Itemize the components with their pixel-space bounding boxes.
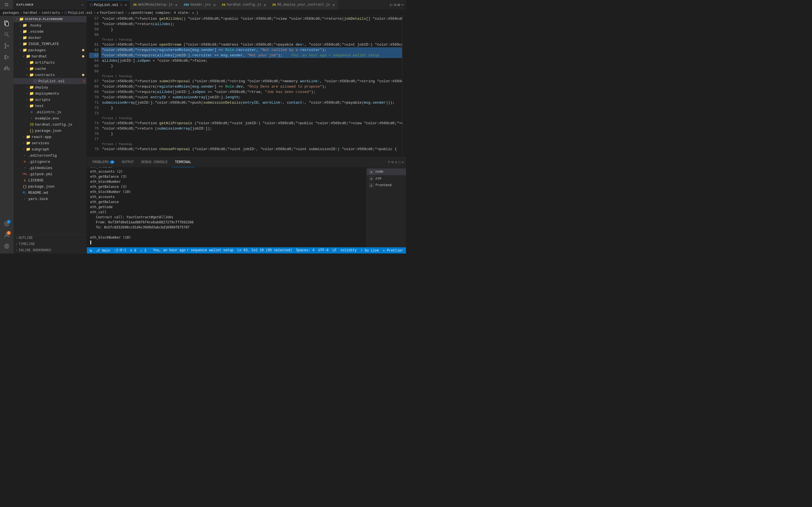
- sidebar-item-example-env[interactable]: › · example.env: [13, 115, 87, 121]
- editor-scrollbar[interactable]: [402, 16, 406, 157]
- sidebar-item-services[interactable]: › 📁 services: [13, 140, 87, 146]
- activity-account[interactable]: 1: [2, 230, 12, 240]
- sidebar-item-root[interactable]: ▾ 📁 SCAFFOLD-PLAYGROUND: [13, 16, 87, 22]
- activity-run[interactable]: [2, 52, 12, 62]
- status-position[interactable]: Ln 63, Col 10 (95 selected): [237, 248, 293, 252]
- code-line: "color:#569cd6;">function getAllJobs() "…: [101, 16, 402, 21]
- code-line: }: [101, 63, 402, 69]
- code-line: "color:#569cd6;">function chooseProposal…: [101, 147, 402, 152]
- panel-tab-debug-console[interactable]: DEBUG CONSOLE: [138, 158, 171, 167]
- svg-rect-11: [8, 68, 9, 70]
- sidebar-item-deploy[interactable]: › 📁 deploy: [13, 84, 87, 91]
- sidebar-item-react-app[interactable]: › 📁 react-app: [13, 134, 87, 140]
- breadcrumb-yourcontract[interactable]: ◈ YourContract: [97, 11, 124, 15]
- status-language[interactable]: solidity: [340, 248, 357, 252]
- tab-hardhat_config[interactable]: JShardhat.config.js✕: [219, 0, 269, 10]
- sidebar-item-issue-template[interactable]: › 📁 ISSUE_TEMPLATE: [13, 41, 87, 47]
- terminal-session-node[interactable]: ⊡ node: [367, 168, 406, 175]
- sidebar-item-polylist[interactable]: › ⬡ PolyList.sol 3: [13, 78, 87, 84]
- sidebar-item-docker[interactable]: › 📁 docker: [13, 35, 87, 41]
- sidebar-item-artifacts[interactable]: › 📁 artifacts: [13, 59, 87, 66]
- code-line: [101, 111, 402, 116]
- sidebar-item-test[interactable]: › 📁 test: [13, 103, 87, 109]
- breadcrumb-polylist[interactable]: ⬡ PolyList.sol: [64, 11, 92, 15]
- panel-max-icon[interactable]: □: [398, 160, 400, 165]
- sidebar-item-contracts[interactable]: ▾ 📁 contracts: [13, 72, 87, 78]
- tab-header[interactable]: JSXHeader.jsx✕: [181, 0, 219, 10]
- tab-polylist[interactable]: ⬡PolyList.sol3✕: [87, 0, 130, 10]
- sidebar-item-readme[interactable]: › M↓ README.md: [13, 189, 87, 196]
- code-editor[interactable]: 57585960 616263646566 67686970717273 747…: [87, 16, 406, 157]
- tab-deploy_contract[interactable]: JS00_deploy_your_contract.js✕: [269, 0, 338, 10]
- sidebar-item-editorconfig[interactable]: › · .editorconfig: [13, 152, 87, 159]
- sidebar-item-license[interactable]: › ⚓ LICENSE: [13, 177, 87, 183]
- status-spaces[interactable]: Spaces: 4: [296, 248, 315, 252]
- status-remote[interactable]: ⇆: [89, 248, 93, 253]
- svg-marker-8: [5, 55, 9, 59]
- terminal-icon-frontend: ⊡: [369, 183, 373, 187]
- breadcrumb-contracts[interactable]: contracts: [42, 11, 60, 15]
- activity-explorer[interactable]: [2, 18, 12, 29]
- sidebar-inline-bookmarks[interactable]: › INLINE BOOKMARKS: [13, 247, 87, 253]
- panel-tab-actions: + ⊟ ∧ □ ✕: [388, 160, 404, 165]
- panel-tab-problems[interactable]: PROBLEMS 3: [89, 158, 118, 167]
- panel-tab-terminal[interactable]: TERMINAL: [171, 158, 195, 167]
- run-icon[interactable]: ▷: [390, 2, 393, 8]
- status-golive[interactable]: ⚡ Go Live: [360, 248, 379, 252]
- new-terminal-icon[interactable]: +: [388, 160, 391, 165]
- terminal-session-frontend[interactable]: ⊡ frontend: [367, 182, 406, 189]
- svg-rect-1: [6, 22, 8, 26]
- sidebar-item-package-json2[interactable]: › {} package.json: [13, 128, 87, 134]
- status-encoding[interactable]: UTF-8: [318, 248, 329, 252]
- sidebar-item-scripts[interactable]: › 📁 scripts: [13, 97, 87, 103]
- app: ⧉ EXPLORER ⋯ ⬡PolyList.sol3✕JSWeb3ModalS…: [0, 0, 406, 253]
- status-right: You, an hour ago • sequence wallet setup…: [153, 248, 404, 252]
- panel-min-icon[interactable]: ∧: [395, 160, 397, 165]
- terminal-session-zsh[interactable]: ⊡ zsh: [367, 175, 406, 182]
- sidebar-timeline[interactable]: › TIMELINE: [13, 241, 87, 247]
- sidebar-item-vscode[interactable]: › 📁 .vscode: [13, 29, 87, 35]
- sidebar-item-gitmodules[interactable]: › · .gitmodules: [13, 165, 87, 171]
- activity-settings[interactable]: [2, 241, 12, 251]
- tab-web3modal[interactable]: JSWeb3ModalSetup.js✕: [130, 0, 181, 10]
- status-eol[interactable]: LF: [332, 248, 337, 252]
- sidebar-item-eslintrc[interactable]: › ⚙ .eslintrc.js: [13, 109, 87, 115]
- explorer-more-icon[interactable]: ⋯: [82, 3, 84, 7]
- status-sync[interactable]: ↓1↑0↑1: [113, 248, 126, 252]
- activity-remote[interactable]: 2: [2, 219, 12, 229]
- sidebar-item-subgraph[interactable]: › 📁 subgraph: [13, 146, 87, 152]
- breadcrumb-packages[interactable]: packages: [3, 11, 19, 15]
- activity-extensions[interactable]: [2, 63, 12, 73]
- sidebar-item-yarn-lock[interactable]: › · yarn.lock: [13, 196, 87, 202]
- activity-bar: 2 1: [0, 16, 13, 253]
- sidebar-item-gitignore[interactable]: › ⊗ .gitignore: [13, 159, 87, 165]
- svg-point-6: [8, 45, 9, 47]
- panel-split-icon[interactable]: ⊟: [392, 160, 394, 165]
- status-prettier[interactable]: ✦ Prettier: [382, 248, 404, 252]
- terminal-output[interactable]: eth_getBalance (3)eth_blockNumbereth_get…: [87, 167, 366, 247]
- sidebar-item-deployments[interactable]: › 📁 deployments: [13, 91, 87, 97]
- sidebar-item-hardhat[interactable]: ▾ 📁 hardhat: [13, 53, 87, 59]
- sidebar-outline[interactable]: › OUTLINE: [13, 235, 87, 241]
- code-content[interactable]: "color:#569cd6;">function getAllJobs() "…: [101, 16, 402, 157]
- status-errors[interactable]: ⊘ 0: [130, 248, 137, 252]
- panel-tab-output[interactable]: OUTPUT: [118, 158, 137, 167]
- sidebar-item-package-json[interactable]: › {} package.json: [13, 183, 87, 189]
- sidebar-item-packages[interactable]: ▾ 📁 packages: [13, 47, 87, 53]
- sidebar-item-gitpod[interactable]: › YML .gitpod.yml: [13, 171, 87, 177]
- layout-icon[interactable]: ⊞: [398, 3, 400, 7]
- activity-bar-top: ⧉: [0, 0, 13, 10]
- sidebar-item-hardhat-config[interactable]: › JS hardhat.config.js: [13, 121, 87, 128]
- status-warnings[interactable]: ⚠ 3: [140, 248, 147, 252]
- status-branch[interactable]: ⎇ main: [95, 248, 110, 252]
- breadcrumb-hardhat[interactable]: hardhat: [23, 11, 38, 15]
- sidebar-footer: › OUTLINE › TIMELINE › INLINE BOOKMARKS: [13, 235, 87, 253]
- panel-close-icon[interactable]: ✕: [402, 160, 404, 165]
- split-icon[interactable]: ⊟: [394, 3, 396, 7]
- more-icon[interactable]: ⋯: [401, 2, 404, 8]
- breadcrumb-openstream[interactable]: ⚠ openStream( complex: 4 state: ☑ ): [128, 11, 198, 15]
- activity-search[interactable]: [2, 30, 12, 40]
- activity-source-control[interactable]: [2, 41, 12, 51]
- sidebar-item-cache[interactable]: › 📁 cache: [13, 66, 87, 72]
- sidebar-item-husky[interactable]: › 📁 .husky: [13, 22, 87, 29]
